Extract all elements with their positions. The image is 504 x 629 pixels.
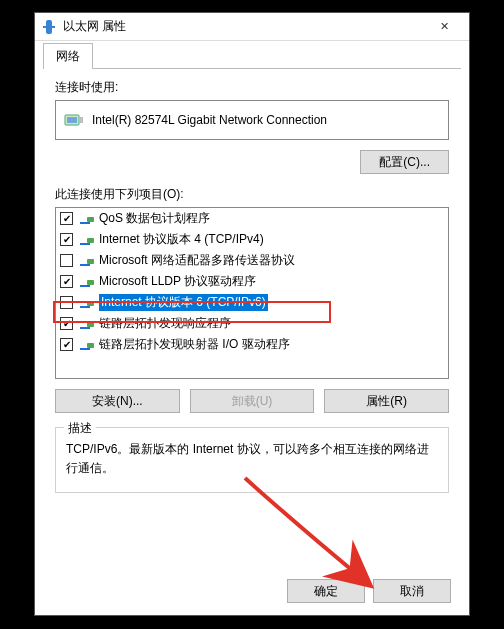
- protocol-label: 链路层拓扑发现映射器 I/O 驱动程序: [99, 336, 290, 353]
- adapter-box: Intel(R) 82574L Gigabit Network Connecti…: [55, 100, 449, 140]
- svg-rect-3: [67, 117, 77, 123]
- list-item[interactable]: Microsoft LLDP 协议驱动程序: [56, 271, 448, 292]
- ethernet-properties-dialog: 以太网 属性 ✕ 网络 连接时使用: Intel(R) 82574L Gigab…: [34, 12, 470, 616]
- uninstall-button: 卸载(U): [190, 389, 315, 413]
- connect-using-label: 连接时使用:: [55, 79, 449, 96]
- close-button[interactable]: ✕: [425, 13, 463, 40]
- description-text: TCP/IPv6。最新版本的 Internet 协议，可以跨多个相互连接的网络进…: [66, 440, 438, 478]
- protocol-label: Internet 协议版本 6 (TCP/IPv6): [99, 294, 268, 311]
- nic-icon: [64, 112, 84, 128]
- description-group: 描述 TCP/IPv6。最新版本的 Internet 协议，可以跨多个相互连接的…: [55, 427, 449, 493]
- protocol-checkbox[interactable]: [60, 212, 73, 225]
- protocol-icon: [79, 253, 95, 269]
- list-item[interactable]: 链路层拓扑发现映射器 I/O 驱动程序: [56, 334, 448, 355]
- window-title: 以太网 属性: [63, 18, 425, 35]
- list-item[interactable]: Microsoft 网络适配器多路传送器协议: [56, 250, 448, 271]
- protocol-list[interactable]: QoS 数据包计划程序Internet 协议版本 4 (TCP/IPv4)Mic…: [55, 207, 449, 379]
- content-area: 连接时使用: Intel(R) 82574L Gigabit Network C…: [43, 68, 461, 505]
- protocol-icon: [79, 274, 95, 290]
- tab-strip: 网络: [35, 41, 469, 69]
- adapter-name: Intel(R) 82574L Gigabit Network Connecti…: [92, 113, 440, 127]
- protocol-checkbox[interactable]: [60, 317, 73, 330]
- protocol-checkbox[interactable]: [60, 233, 73, 246]
- list-item[interactable]: Internet 协议版本 6 (TCP/IPv6): [56, 292, 448, 313]
- protocol-icon: [79, 316, 95, 332]
- protocol-icon: [79, 232, 95, 248]
- list-item[interactable]: QoS 数据包计划程序: [56, 208, 448, 229]
- list-item[interactable]: 链路层拓扑发现响应程序: [56, 313, 448, 334]
- ethernet-icon: [41, 19, 57, 35]
- protocol-checkbox[interactable]: [60, 296, 73, 309]
- svg-rect-1: [43, 26, 55, 28]
- protocol-checkbox[interactable]: [60, 338, 73, 351]
- protocol-checkbox[interactable]: [60, 275, 73, 288]
- protocol-label: QoS 数据包计划程序: [99, 210, 210, 227]
- protocol-checkbox[interactable]: [60, 254, 73, 267]
- protocol-icon: [79, 211, 95, 227]
- items-label: 此连接使用下列项目(O):: [55, 186, 449, 203]
- properties-button[interactable]: 属性(R): [324, 389, 449, 413]
- list-item[interactable]: Internet 协议版本 4 (TCP/IPv4): [56, 229, 448, 250]
- protocol-label: Internet 协议版本 4 (TCP/IPv4): [99, 231, 264, 248]
- ok-button[interactable]: 确定: [287, 579, 365, 603]
- titlebar: 以太网 属性 ✕: [35, 13, 469, 41]
- protocol-label: Microsoft 网络适配器多路传送器协议: [99, 252, 295, 269]
- protocol-icon: [79, 337, 95, 353]
- protocol-icon: [79, 295, 95, 311]
- protocol-label: 链路层拓扑发现响应程序: [99, 315, 231, 332]
- protocol-label: Microsoft LLDP 协议驱动程序: [99, 273, 256, 290]
- install-button[interactable]: 安装(N)...: [55, 389, 180, 413]
- configure-button[interactable]: 配置(C)...: [360, 150, 449, 174]
- cancel-button[interactable]: 取消: [373, 579, 451, 603]
- svg-rect-4: [79, 117, 83, 123]
- tab-network[interactable]: 网络: [43, 43, 93, 69]
- description-label: 描述: [64, 420, 96, 437]
